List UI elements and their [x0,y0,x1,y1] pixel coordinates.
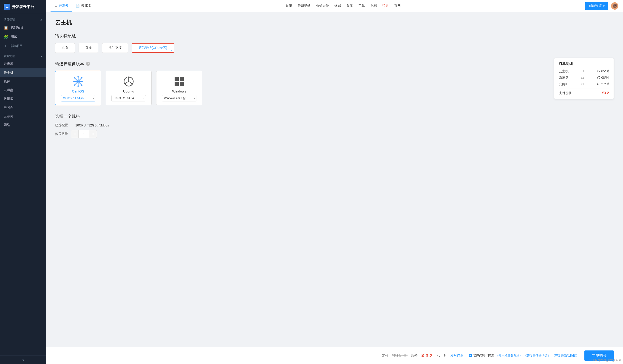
order-summary-panel: 订单明细 云主机 x1 ¥2.85/时 系统盘 x1 ¥0.08/时 公网IP … [554,58,614,99]
order-total-price: ¥3.2 [602,91,609,95]
test-icon: 🧩 [4,34,8,39]
nav-link-terminal[interactable]: 终端 [334,4,341,8]
sidebar-item-database[interactable]: 数据库 [0,95,46,103]
region-hohhot[interactable]: 呼和浩特(GPU专区) [132,43,174,53]
sidebar-item-label: 镜像 [4,80,10,83]
region-frankfurt[interactable]: 法兰克福 [102,43,128,53]
tab-cloud-dev[interactable]: ☁ 开发云 [50,0,72,12]
windows-icon [173,76,185,87]
order-row-ip: 公网IP x1 ¥0.27/时 [559,82,609,86]
tab-label: 开发云 [59,4,68,8]
sidebar-item-label: 网络 [4,123,10,127]
main-area: ☁ 开发云 📄 云 IDE 首页 最新活动 分销大使 终端 备案 工单 文档 消… [46,0,623,364]
sidebar-item-network[interactable]: 网络 [0,121,46,129]
qty-plus-button[interactable]: + [89,130,97,138]
agreement-link-service[interactable]: 《云主机服务条款》 [495,354,522,358]
order-item-price: ¥0.27/时 [597,82,609,86]
order-item-qty: x1 [581,83,584,86]
region-group: 北京 香港 法兰克福 呼和浩特(GPU专区) [55,43,614,53]
add-project-label: 添加项目 [10,44,22,48]
help-icon[interactable]: ? [86,62,90,66]
sidebar-add-project[interactable]: ＋ 添加项目 [0,41,46,51]
centos-icon [72,76,84,87]
sidebar-item-middleware[interactable]: 中间件 [0,103,46,112]
centos-version-select[interactable]: Centos 7.4 64位-... [61,95,95,101]
page-title: 云主机 [55,19,614,26]
centos-name: CentOS [72,89,84,93]
nav-link-docs[interactable]: 文档 [370,4,377,8]
ubuntu-version-select[interactable]: Ubuntu 20.04 64... [111,95,146,101]
logo-icon: ☁ [4,4,10,10]
image-card-ubuntu[interactable]: Ubuntu Ubuntu 20.04 64... ▾ [106,71,152,105]
svg-line-19 [129,81,131,83]
svg-point-5 [77,76,79,78]
nav-link-messages[interactable]: 消息 [382,4,389,8]
region-section-title: 请选择地域 [55,34,614,39]
sidebar-item-label: 测试 [11,35,17,39]
sidebar-item-cloud-vm[interactable]: 云主机 [0,68,46,77]
svg-point-6 [77,85,79,87]
svg-point-15 [125,83,126,84]
qty-input[interactable] [78,130,89,138]
agreement-link-cloud[interactable]: 《开发云服务协议》 [524,354,551,358]
svg-point-12 [74,84,75,86]
sidebar-logo: ☁ 开发者云平台 [0,0,46,14]
sidebar-item-label: 云磁盘 [4,88,13,92]
sidebar-collapse-button[interactable]: < [0,356,46,364]
svg-rect-21 [180,77,184,81]
create-resource-button[interactable]: 创建资源 ▾ [585,2,608,10]
agreement-checkbox[interactable] [469,354,472,357]
current-price-label: 现价 [411,354,418,358]
order-item-price: ¥2.85/时 [597,69,609,73]
cloud-icon: ☁ [54,4,57,8]
svg-line-18 [126,81,129,83]
centos-version-wrapper[interactable]: Centos 7.4 64位-... ▾ [61,95,95,101]
nav-link-home[interactable]: 首页 [286,4,292,8]
sidebar-item-cloud-storage[interactable]: 云存储 [0,112,46,121]
sidebar-logo-text: 开发者云平台 [12,5,34,9]
nav-link-activities[interactable]: 最新活动 [298,4,311,8]
nav-right: 创建资源 ▾ 🐻 [585,2,618,10]
svg-point-9 [74,77,75,79]
qty-minus-button[interactable]: − [71,130,78,138]
windows-version-wrapper[interactable]: Windows 2022 标... ▾ [162,95,196,101]
tab-cloud-ide[interactable]: 📄 云 IDE [72,0,94,12]
order-total-row: 支付价格 ¥3.2 [559,89,609,95]
image-card-windows[interactable]: Windows Windows 2022 标... ▾ [156,71,202,105]
windows-version-select[interactable]: Windows 2022 标... [162,95,196,101]
sidebar-item-image[interactable]: 镜像 [0,77,46,86]
sidebar-item-cloud-disk[interactable]: 云磁盘 [0,86,46,95]
image-card-centos[interactable]: CentOS Centos 7.4 64位-... ▾ [55,71,101,105]
sidebar-item-test[interactable]: 🧩 测试 [0,32,46,41]
spec-section-title: 选择一个规格 [55,114,614,119]
plus-icon: ＋ [4,44,7,48]
sidebar-item-label: 我的项目 [11,25,23,30]
order-item-qty: x1 [581,70,584,73]
svg-rect-20 [175,77,179,81]
nav-links: 首页 最新活动 分销大使 终端 备案 工单 文档 消息 官网 [101,4,585,8]
original-price: ¥5.84/小时 [392,354,407,358]
verify-order-link[interactable]: 核对订单 [450,354,463,358]
content-area: 云主机 请选择地域 北京 香港 法兰克福 呼和浩特(GPU专区) 请选择镜像版本… [46,12,623,347]
svg-point-11 [81,77,83,79]
sidebar-section-resource-mgmt: 资源管理 ∧ [0,51,46,60]
agreement-row: 我已阅读并同意 《云主机服务条款》 《开发云服务协议》 《开发云隐私协议》 [469,354,579,358]
sidebar-item-my-projects[interactable]: 📋 我的项目 [0,23,46,32]
nav-link-official[interactable]: 官网 [394,4,401,8]
region-section: 请选择地域 北京 香港 法兰克福 呼和浩特(GPU专区) [55,34,614,53]
user-avatar[interactable]: 🐻 [611,2,618,10]
tab-label: 云 IDE [81,4,90,8]
nav-link-distributor[interactable]: 分销大使 [316,4,329,8]
sidebar-item-label: 云主机 [4,71,13,75]
agreement-link-privacy[interactable]: 《开发云隐私协议》 [552,354,579,358]
ubuntu-version-wrapper[interactable]: Ubuntu 20.04 64... ▾ [111,95,146,101]
nav-link-filing[interactable]: 备案 [346,4,353,8]
image-section: 请选择镜像版本 ? [55,61,614,105]
sidebar-item-label: 云存储 [4,114,13,119]
nav-link-workorder[interactable]: 工单 [358,4,365,8]
sidebar-item-cloud-container[interactable]: 云容器 [0,60,46,68]
region-hongkong[interactable]: 香港 [79,43,98,53]
region-beijing[interactable]: 北京 [55,43,75,53]
price-info: 定价 ¥5.84/小时 现价 ¥ 3.2 元/小时 核对订单 [382,353,463,359]
order-item-label: 云主机 [559,69,569,73]
